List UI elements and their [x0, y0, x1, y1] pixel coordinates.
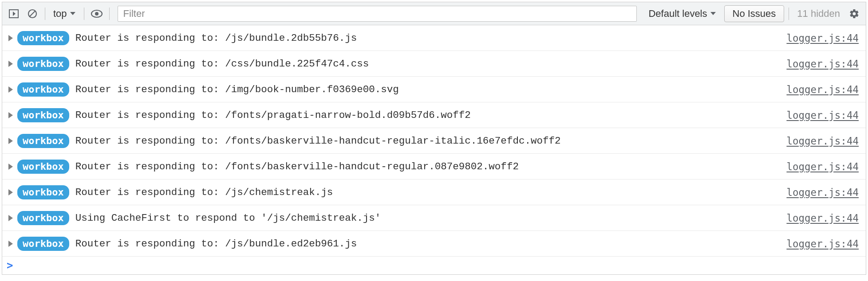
console-row: workboxRouter is responding to: /js/bund…: [2, 231, 866, 257]
workbox-badge: workbox: [17, 211, 69, 225]
workbox-badge: workbox: [17, 31, 69, 45]
chevron-down-icon: [70, 12, 76, 16]
workbox-badge: workbox: [17, 160, 69, 174]
disclosure-triangle-icon[interactable]: [8, 112, 13, 118]
filter-input[interactable]: [118, 6, 637, 22]
console-row: workboxUsing CacheFirst to respond to '/…: [2, 205, 866, 231]
workbox-badge: workbox: [17, 108, 69, 122]
divider: [789, 8, 789, 20]
console-prompt-row[interactable]: >: [2, 257, 866, 274]
chevron-down-icon: [710, 12, 716, 16]
workbox-badge: workbox: [17, 57, 69, 71]
live-expression-icon[interactable]: [89, 6, 105, 22]
source-link[interactable]: logger.js:44: [786, 32, 861, 44]
source-link[interactable]: logger.js:44: [786, 212, 861, 224]
context-label: top: [53, 8, 67, 20]
console-row: workboxRouter is responding to: /js/chem…: [2, 180, 866, 205]
source-link[interactable]: logger.js:44: [786, 135, 861, 147]
disclosure-triangle-icon[interactable]: [8, 138, 13, 144]
source-link[interactable]: logger.js:44: [786, 238, 861, 250]
source-link[interactable]: logger.js:44: [786, 187, 861, 198]
levels-label: Default levels: [648, 8, 707, 20]
console-row: workboxRouter is responding to: /fonts/p…: [2, 102, 866, 128]
log-message: Router is responding to: /js/bundle.2db5…: [75, 32, 787, 44]
console-log-list: workboxRouter is responding to: /js/bund…: [2, 25, 866, 257]
disclosure-triangle-icon[interactable]: [8, 61, 13, 67]
issues-label: No Issues: [733, 8, 776, 20]
issues-button[interactable]: No Issues: [724, 5, 785, 22]
source-link[interactable]: logger.js:44: [786, 58, 861, 70]
divider: [84, 8, 84, 20]
log-message: Router is responding to: /img/book-numbe…: [75, 84, 787, 95]
source-link[interactable]: logger.js:44: [786, 84, 861, 95]
workbox-badge: workbox: [17, 237, 69, 251]
source-link[interactable]: logger.js:44: [786, 161, 861, 172]
svg-point-4: [95, 12, 99, 16]
log-message: Router is responding to: /js/chemistreak…: [75, 187, 787, 198]
context-selector[interactable]: top: [50, 6, 79, 22]
workbox-badge: workbox: [17, 134, 69, 148]
toggle-sidebar-icon[interactable]: [6, 6, 22, 22]
disclosure-triangle-icon[interactable]: [8, 241, 13, 247]
console-toolbar: top Default levels No Issues 11 hidden: [2, 2, 866, 25]
settings-icon[interactable]: [846, 6, 862, 22]
log-message: Router is responding to: /css/bundle.225…: [75, 58, 787, 70]
console-row: workboxRouter is responding to: /img/boo…: [2, 77, 866, 102]
hidden-messages-count[interactable]: 11 hidden: [793, 8, 844, 20]
divider: [45, 8, 45, 20]
disclosure-triangle-icon[interactable]: [8, 215, 13, 221]
prompt-caret-icon: >: [7, 259, 13, 272]
workbox-badge: workbox: [17, 82, 69, 97]
divider: [109, 8, 110, 20]
log-message: Using CacheFirst to respond to '/js/chem…: [75, 212, 787, 224]
console-row: workboxRouter is responding to: /js/bund…: [2, 25, 866, 51]
console-row: workboxRouter is responding to: /css/bun…: [2, 51, 866, 77]
log-levels-selector[interactable]: Default levels: [643, 6, 721, 22]
svg-line-2: [30, 11, 35, 16]
devtools-console: top Default levels No Issues 11 hidden w…: [2, 2, 866, 275]
log-message: Router is responding to: /fonts/baskervi…: [75, 161, 787, 172]
disclosure-triangle-icon[interactable]: [8, 35, 13, 41]
source-link[interactable]: logger.js:44: [786, 109, 861, 121]
log-message: Router is responding to: /fonts/pragati-…: [75, 109, 787, 121]
log-message: Router is responding to: /js/bundle.ed2e…: [75, 238, 787, 250]
disclosure-triangle-icon[interactable]: [8, 86, 13, 93]
disclosure-triangle-icon[interactable]: [8, 164, 13, 170]
console-row: workboxRouter is responding to: /fonts/b…: [2, 128, 866, 154]
clear-console-icon[interactable]: [24, 6, 40, 22]
disclosure-triangle-icon[interactable]: [8, 189, 13, 195]
workbox-badge: workbox: [17, 185, 69, 199]
log-message: Router is responding to: /fonts/baskervi…: [75, 135, 787, 147]
console-row: workboxRouter is responding to: /fonts/b…: [2, 154, 866, 180]
